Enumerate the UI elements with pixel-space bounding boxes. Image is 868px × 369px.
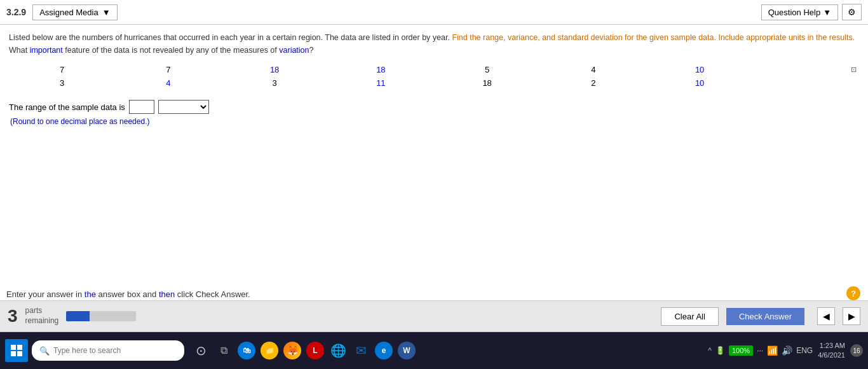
answer-row: The range of the sample data is hurrican… bbox=[9, 100, 859, 114]
help-button[interactable]: ? bbox=[846, 286, 860, 300]
parts-number: 3 bbox=[8, 307, 18, 325]
dots-icon: ··· bbox=[757, 346, 763, 355]
mail-button[interactable]: ✉ bbox=[351, 340, 371, 361]
right-arrow-icon: ▶ bbox=[848, 311, 855, 321]
round-note: (Round to one decimal place as needed.) bbox=[9, 116, 859, 126]
chrome-icon: 🌐 bbox=[330, 343, 346, 358]
parts-label-line1: parts bbox=[25, 306, 59, 316]
lasso-icon: L bbox=[306, 342, 324, 359]
parts-label: parts remaining bbox=[25, 306, 59, 326]
word-icon: W bbox=[398, 342, 416, 359]
search-input[interactable] bbox=[53, 346, 168, 355]
data-cell: 3 bbox=[9, 76, 115, 90]
data-cell: 4 bbox=[115, 76, 221, 90]
task-view-button[interactable]: ⧉ bbox=[214, 340, 234, 361]
gear-button[interactable]: ⚙ bbox=[842, 4, 862, 20]
edge-icon: e bbox=[375, 342, 393, 359]
range-value-input[interactable] bbox=[129, 100, 154, 114]
chrome-button[interactable]: 🌐 bbox=[328, 340, 348, 361]
notification-badge[interactable]: 16 bbox=[850, 344, 863, 357]
clear-all-button[interactable]: Clear All bbox=[661, 307, 718, 326]
mail-icon: ✉ bbox=[356, 343, 367, 358]
data-cell: 18 bbox=[222, 63, 328, 76]
svg-rect-1 bbox=[17, 345, 22, 350]
edge-button[interactable]: e bbox=[374, 340, 394, 361]
clock-time: 1:23 AM bbox=[818, 341, 845, 351]
data-cell: 5 bbox=[434, 63, 540, 76]
parts-label-line2: remaining bbox=[25, 316, 59, 326]
svg-rect-3 bbox=[17, 351, 22, 356]
range-unit-dropdown[interactable]: hurricanes hurricanes² years bbox=[158, 100, 209, 114]
tray-expand-icon[interactable]: ^ bbox=[708, 346, 712, 355]
data-cell: 7 bbox=[9, 63, 115, 76]
range-label: The range of the sample data is bbox=[9, 102, 125, 112]
instruction-highlight: the bbox=[85, 289, 96, 299]
prev-nav-button[interactable]: ◀ bbox=[817, 307, 835, 325]
cortana-symbol: ⊙ bbox=[196, 343, 207, 358]
parts-bar: 3 parts remaining Clear All Check Answer… bbox=[0, 300, 868, 332]
assigned-media-button[interactable]: Assigned Media ▼ bbox=[32, 4, 117, 20]
firefox-icon: 🦊 bbox=[283, 342, 301, 359]
copy-icon: ⊡ bbox=[753, 63, 859, 76]
word-button[interactable]: W bbox=[397, 340, 417, 361]
top-bar: 3.2.9 Assigned Media ▼ Question Help ▼ ⚙ bbox=[0, 0, 868, 25]
battery-icon: 🔋 bbox=[715, 346, 725, 355]
data-cell: 3 bbox=[222, 76, 328, 90]
battery-level: 100% bbox=[729, 345, 753, 356]
question-help-label: Question Help bbox=[768, 8, 820, 17]
lasso-button[interactable]: L bbox=[305, 340, 325, 361]
file-explorer-button[interactable]: 📁 bbox=[259, 340, 280, 361]
question-help-button[interactable]: Question Help ▼ bbox=[761, 4, 838, 20]
data-cell: 2 bbox=[540, 76, 646, 90]
data-table: 7 7 18 18 5 4 10 ⊡ 3 4 3 11 18 2 10 bbox=[9, 63, 859, 90]
clock: 1:23 AM 4/6/2021 bbox=[818, 341, 845, 361]
data-cell: 18 bbox=[328, 63, 434, 76]
data-cell: 11 bbox=[328, 76, 434, 90]
instruction-then: then bbox=[159, 289, 175, 299]
bottom-instruction: Enter your answer in the answer box and … bbox=[6, 289, 250, 299]
taskbar-icons: ⊙ ⧉ 🛍 📁 🦊 L 🌐 ✉ e bbox=[191, 340, 417, 361]
top-right: Question Help ▼ ⚙ bbox=[761, 4, 862, 20]
progress-bar-container bbox=[66, 311, 136, 321]
data-cell: 10 bbox=[647, 63, 753, 76]
left-arrow-icon: ◀ bbox=[823, 311, 830, 321]
data-cell: 7 bbox=[115, 63, 221, 76]
clock-date: 4/6/2021 bbox=[818, 351, 845, 360]
wifi-icon: 📶 bbox=[767, 345, 778, 356]
important-word: important bbox=[30, 46, 63, 55]
system-tray: ^ 🔋 100% ··· 📶 🔊 ENG bbox=[708, 345, 813, 356]
start-button[interactable] bbox=[5, 339, 28, 362]
variation-word: variation bbox=[279, 46, 309, 55]
cortana-icon[interactable]: ⊙ bbox=[191, 340, 211, 361]
dropdown-arrow-icon: ▼ bbox=[102, 8, 111, 17]
assigned-media-label: Assigned Media bbox=[39, 8, 98, 17]
data-cell: 10 bbox=[647, 76, 753, 90]
main-content: Listed below are the numbers of hurrican… bbox=[0, 25, 868, 132]
data-cell: 4 bbox=[540, 63, 646, 76]
next-nav-button[interactable]: ▶ bbox=[843, 307, 860, 325]
find-instruction: Find the range, variance, and standard d… bbox=[452, 33, 855, 42]
data-cell: 18 bbox=[434, 76, 540, 90]
store-taskbar-button[interactable]: 🛍 bbox=[236, 340, 257, 361]
question-text: Listed below are the numbers of hurrican… bbox=[9, 31, 859, 57]
folder-icon: 📁 bbox=[261, 342, 278, 359]
svg-rect-0 bbox=[11, 345, 16, 350]
progress-bar-fill bbox=[66, 311, 89, 321]
firefox-button[interactable]: 🦊 bbox=[282, 340, 302, 361]
question-help-arrow: ▼ bbox=[823, 8, 831, 17]
taskbar-search[interactable]: 🔍 bbox=[32, 340, 184, 361]
gear-icon: ⚙ bbox=[848, 7, 856, 17]
svg-rect-2 bbox=[11, 351, 16, 356]
volume-icon: 🔊 bbox=[782, 345, 792, 356]
version-label: 3.2.9 bbox=[6, 7, 26, 17]
taskbar-search-icon: 🔍 bbox=[39, 346, 50, 356]
taskbar-right: ^ 🔋 100% ··· 📶 🔊 ENG 1:23 AM 4/6/2021 16 bbox=[708, 341, 863, 361]
top-left: 3.2.9 Assigned Media ▼ bbox=[6, 4, 118, 20]
eng-label: ENG bbox=[796, 346, 813, 355]
store-icon: 🛍 bbox=[238, 342, 255, 359]
check-answer-button[interactable]: Check Answer bbox=[726, 308, 804, 325]
taskbar: 🔍 ⊙ ⧉ 🛍 📁 🦊 L 🌐 ✉ bbox=[0, 332, 868, 369]
task-view-icon: ⧉ bbox=[220, 345, 227, 356]
